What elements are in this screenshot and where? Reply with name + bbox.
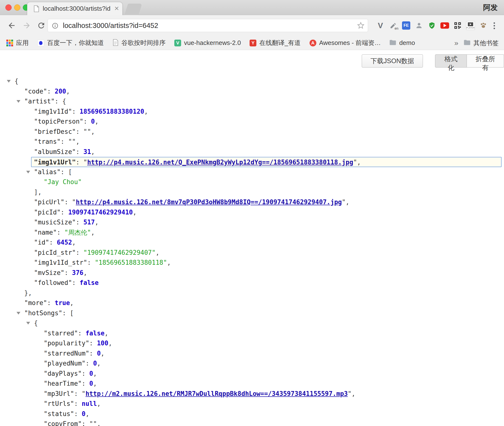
page-info-icon[interactable] [52, 22, 59, 30]
browser-menu-icon[interactable] [490, 21, 499, 30]
json-url-link[interactable]: http://p4.music.126.net/8mv7qP30Pd3oHW8b… [76, 198, 342, 206]
browser-tab[interactable]: localhost:3000/artists?id=645 × [27, 2, 122, 15]
json-token-punc: , [144, 108, 148, 115]
qrcode-extension-icon[interactable] [453, 20, 462, 31]
bookmark-item-google-sort[interactable]: 谷歌按时间排序 [113, 39, 166, 47]
json-token-key: "alias" [34, 168, 61, 176]
reload-icon[interactable] [37, 21, 46, 30]
bookmark-item-vue-hackernews[interactable]: V vue-hackernews-2.0 [174, 39, 241, 47]
json-token-punc: , [97, 360, 101, 367]
bookmark-item-awesomes[interactable]: A Awesomes - 前端资… [310, 39, 381, 47]
json-token-key: "musicSize" [34, 219, 76, 226]
user-extension-icon[interactable] [414, 20, 424, 31]
collapse-toggle-icon[interactable] [17, 100, 20, 103]
json-token-key: "starredNum" [44, 350, 89, 357]
json-token-key: "more" [24, 299, 47, 307]
bookmark-item-baidu[interactable]: 百度一下，你就知道 [37, 39, 104, 47]
translate-extension-icon[interactable]: en [389, 20, 398, 31]
json-token-num: 31 [84, 148, 91, 155]
fe-extension-icon[interactable]: FE [402, 20, 411, 31]
minimize-window-button[interactable] [14, 4, 20, 11]
json-token-key: "hearTime" [44, 380, 82, 387]
youtube-extension-icon[interactable] [440, 20, 449, 31]
json-line: "name": "周杰伦", [0, 228, 504, 238]
bookmark-label: 谷歌按时间排序 [121, 39, 166, 47]
json-line: "starred": false, [0, 328, 504, 339]
json-token-punc: , [70, 299, 74, 307]
download-json-button[interactable]: 下载JSON数据 [362, 54, 423, 68]
shield-extension-icon[interactable] [427, 20, 437, 31]
json-line: "followed": false [0, 278, 504, 288]
json-token-key: "followed" [34, 279, 72, 286]
back-icon[interactable] [7, 21, 16, 30]
json-line: "id": 6452, [0, 238, 504, 248]
bookmark-item-demo-folder[interactable]: demo [389, 39, 415, 47]
json-token-key: "rtUrls" [44, 400, 74, 407]
json-line-highlighted: "img1v1Url": "http://p4.music.126.net/Q_… [31, 157, 502, 167]
v-extension-icon[interactable]: V [376, 20, 385, 31]
bookmarks-overflow-chevron[interactable]: » [454, 39, 458, 47]
collapse-all-button[interactable]: 折叠所有 [467, 54, 504, 68]
json-token-punc: , [91, 128, 95, 135]
json-token-key: "briefDesc" [34, 128, 76, 135]
json-line: "mp3Url": "http://m2.music.126.net/RMJR7… [0, 389, 504, 399]
json-token-num: 0 [97, 350, 101, 357]
bookmark-item-youdao-translate[interactable]: Y 在线翻译_有道 [250, 39, 301, 47]
json-token-punc: , [167, 259, 171, 266]
json-token-punc: , [91, 148, 95, 155]
json-token-key: "playedNum" [44, 360, 85, 367]
json-token-key: "name" [34, 229, 57, 236]
json-token-punc: " [72, 198, 76, 206]
json-token-num: 0 [82, 410, 86, 417]
json-token-punc: , [108, 340, 112, 347]
format-button[interactable]: 格式化 [435, 54, 467, 68]
bookmark-label: demo [399, 39, 415, 47]
json-url-link[interactable]: http://p4.music.126.net/Q_ExePNkmgB2yWyL… [87, 159, 353, 166]
json-token-key: "artist" [24, 98, 55, 105]
json-line: "img1v1Id": 18569651883380120, [0, 107, 504, 117]
collapse-toggle-icon[interactable] [7, 80, 11, 83]
player-extension-icon[interactable]: PLAYER [466, 20, 475, 31]
json-token-key: "picId" [34, 209, 61, 216]
json-token-punc: : [47, 299, 55, 307]
page-icon [113, 39, 118, 47]
tab-close-icon[interactable]: × [114, 2, 119, 15]
json-token-punc: : [82, 420, 89, 426]
url-text[interactable]: localhost:3000/artists?id=6452 [63, 19, 158, 32]
json-token-key: "dayPlays" [44, 370, 82, 377]
json-token-punc: : [74, 390, 82, 397]
json-token-str: "18569651883380118" [95, 259, 167, 266]
address-bar[interactable]: localhost:3000/artists?id=6452 [48, 19, 368, 32]
bookmark-star-icon[interactable] [357, 22, 364, 30]
bookmark-label: Awesomes - 前端资… [319, 39, 381, 47]
paw-extension-icon[interactable] [479, 20, 488, 31]
json-token-key: "copyFrom" [44, 420, 82, 426]
profile-name[interactable]: 阿发 [483, 0, 498, 15]
json-line: "img1v1Id_str": "18569651883380118", [0, 258, 504, 268]
vue-icon: V [174, 40, 181, 46]
awesomes-icon: A [310, 40, 316, 46]
json-token-punc: , [97, 420, 101, 426]
collapse-toggle-icon[interactable] [26, 322, 30, 324]
new-tab-button[interactable] [124, 4, 142, 15]
collapse-toggle-icon[interactable] [26, 171, 30, 173]
json-token-punc: : [ [62, 309, 74, 317]
json-token-punc: : [61, 209, 68, 216]
json-line: }, [0, 288, 504, 298]
json-token-num: 517 [84, 219, 95, 226]
json-token-punc: , [91, 229, 95, 236]
json-token-punc: , [93, 380, 97, 387]
folder-icon [389, 40, 396, 46]
json-token-key: "img1v1Url" [34, 159, 76, 166]
other-bookmarks-folder[interactable]: 其他书签 [464, 39, 499, 47]
json-url-link[interactable]: http://m2.music.126.net/RMJR7wDullRqppBk… [85, 390, 348, 397]
json-token-punc: : [ [61, 168, 72, 176]
json-line: "musicSize": 517, [0, 217, 504, 228]
forward-icon[interactable] [22, 21, 31, 30]
apps-shortcut[interactable]: 应用 [6, 39, 29, 47]
collapse-toggle-icon[interactable] [17, 312, 20, 315]
browser-toolbar: localhost:3000/artists?id=6452 V en FE P… [0, 15, 504, 36]
close-window-button[interactable] [5, 4, 12, 11]
json-token-punc: : [82, 380, 89, 387]
page-content: 下载JSON数据 格式化 折叠所有 {"code": 200,"artist":… [0, 50, 504, 426]
